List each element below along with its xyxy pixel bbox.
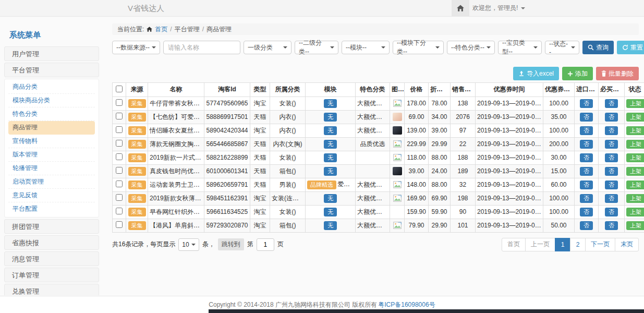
reset-button[interactable]: 重置	[617, 41, 644, 54]
module-none-badge[interactable]: 无	[324, 221, 337, 230]
query-button[interactable]: 查询	[582, 41, 614, 54]
status-toggle[interactable]: 上架	[626, 126, 644, 135]
import-excel-button[interactable]: 导入excel	[513, 67, 559, 80]
level2-category-select[interactable]: --二级分类--	[295, 41, 338, 54]
must-buy-toggle[interactable]: 否	[605, 221, 618, 230]
name-search-input[interactable]	[163, 41, 240, 54]
coupon-amount-cell: 30.00	[543, 151, 575, 164]
pager-item[interactable]: 末页	[615, 238, 639, 251]
import-select-toggle[interactable]: 否	[580, 126, 593, 135]
status-toggle[interactable]: 上架	[626, 99, 644, 108]
pager-item[interactable]: 1	[555, 238, 570, 251]
source-badge: 采集	[128, 180, 146, 189]
sidebar-item-promo-material[interactable]: 宣传物料	[8, 135, 95, 148]
feature-category-select[interactable]: --特色分类--	[447, 41, 495, 54]
module-none-badge[interactable]: 无	[324, 140, 337, 149]
sidebar-item-platform-config[interactable]: 平台配置	[8, 202, 95, 216]
level1-category-select[interactable]: 一级分类	[244, 41, 291, 54]
row-checkbox[interactable]	[116, 113, 123, 119]
add-label: 添加	[575, 69, 588, 78]
status-toggle[interactable]: 上架	[626, 140, 644, 149]
data-source-select[interactable]: --数据来源--	[112, 41, 160, 54]
sidebar-item-splash-page-management[interactable]: 启动页管理	[8, 175, 95, 189]
module-none-badge[interactable]: 无	[324, 208, 337, 216]
status-toggle[interactable]: 上架	[626, 221, 644, 230]
per-page-select[interactable]: 10	[178, 238, 199, 251]
row-checkbox[interactable]	[116, 167, 123, 174]
status-toggle[interactable]: 上架	[626, 167, 644, 176]
batch-delete-button[interactable]: 批量删除	[596, 67, 639, 80]
sidebar-item-group-buy-management[interactable]: 拼团管理	[4, 219, 99, 234]
sidebar-item-module-product-category[interactable]: 模块商品分类	[8, 94, 95, 107]
import-select-toggle[interactable]: 否	[580, 208, 593, 216]
broken-image-icon	[393, 100, 402, 107]
breadcrumb-home-link[interactable]: 首页	[155, 25, 167, 34]
status-toggle[interactable]: 上架	[626, 194, 644, 203]
row-checkbox[interactable]	[116, 99, 123, 106]
sidebar-item-saving-express[interactable]: 省惠快报	[4, 235, 99, 250]
status-toggle[interactable]: 上架	[626, 113, 644, 122]
import-select-toggle[interactable]: 否	[580, 194, 593, 203]
import-select-toggle[interactable]: 否	[580, 99, 593, 108]
sidebar-item-feedback[interactable]: 意见反馈	[8, 189, 95, 202]
row-checkbox[interactable]	[116, 126, 123, 133]
row-checkbox[interactable]	[116, 194, 123, 201]
sidebar-item-user-management[interactable]: 用户管理	[4, 46, 99, 61]
must-buy-toggle[interactable]: 否	[605, 194, 618, 203]
row-checkbox[interactable]	[116, 208, 123, 214]
must-buy-toggle[interactable]: 否	[605, 113, 618, 122]
module-select[interactable]: --模块--	[342, 41, 390, 54]
module-none-badge[interactable]: 无	[324, 113, 337, 122]
status-toggle[interactable]: 上架	[626, 180, 644, 189]
module-none-badge[interactable]: 无	[324, 126, 337, 135]
status-toggle[interactable]: 上架	[626, 208, 644, 216]
must-buy-toggle[interactable]: 否	[605, 126, 618, 135]
sidebar-item-exchange-management[interactable]: 兑换管理	[4, 284, 99, 295]
page-number-input[interactable]	[257, 238, 274, 251]
row-checkbox[interactable]	[116, 153, 123, 160]
row-checkbox[interactable]	[116, 140, 123, 147]
sidebar-item-order-management[interactable]: 订单管理	[4, 268, 99, 282]
module-none-badge[interactable]: 无	[324, 194, 337, 203]
source-badge: 采集	[128, 221, 146, 230]
sidebar-item-platform-management[interactable]: 平台管理	[4, 63, 99, 77]
select-all-checkbox[interactable]	[116, 86, 123, 92]
import-select-toggle[interactable]: 否	[580, 153, 593, 162]
import-select-toggle[interactable]: 否	[580, 140, 593, 149]
sidebar-item-carousel-management[interactable]: 轮播管理	[8, 162, 95, 175]
import-select-toggle[interactable]: 否	[580, 221, 593, 230]
module-none-badge[interactable]: 无	[324, 167, 337, 176]
sidebar-item-product-category[interactable]: 商品分类	[8, 80, 95, 94]
item-type-select[interactable]: --宝贝类型--	[498, 41, 542, 54]
module-none-badge[interactable]: 无	[324, 99, 337, 108]
taoke-id-cell: 589042420344	[204, 124, 250, 137]
must-buy-toggle[interactable]: 否	[605, 153, 618, 162]
must-buy-toggle[interactable]: 否	[605, 208, 618, 216]
sidebar-item-product-management[interactable]: 商品管理	[8, 121, 95, 135]
must-buy-toggle[interactable]: 否	[605, 99, 618, 108]
row-checkbox[interactable]	[116, 221, 123, 228]
jump-button[interactable]: 跳转到	[218, 238, 244, 250]
sidebar-item-message-management[interactable]: 消息管理	[4, 251, 99, 266]
status-select[interactable]: --状态--	[545, 41, 579, 54]
import-select-toggle[interactable]: 否	[580, 113, 593, 122]
status-toggle[interactable]: 上架	[626, 153, 644, 162]
module-none-badge[interactable]: 无	[324, 153, 337, 162]
sidebar-item-version-management[interactable]: 版本管理	[8, 148, 95, 162]
import-select-toggle[interactable]: 否	[580, 180, 593, 189]
user-menu[interactable]: 欢迎您，管理员!	[472, 0, 525, 16]
module-subcategory-select[interactable]: --模块下分类--	[393, 41, 444, 54]
must-buy-toggle[interactable]: 否	[605, 140, 618, 149]
icp-link[interactable]: 粤ICP备16098006号	[378, 300, 435, 309]
add-button[interactable]: 添加	[562, 67, 593, 80]
pager-item[interactable]: 下一页	[585, 238, 615, 251]
pager-item[interactable]: 上一页	[525, 238, 555, 251]
pager-item[interactable]: 2	[570, 238, 586, 251]
sidebar-item-feature-category[interactable]: 特色分类	[8, 107, 95, 121]
import-select-toggle[interactable]: 否	[580, 167, 593, 176]
home-button[interactable]	[452, 0, 469, 16]
pager-item[interactable]: 首页	[502, 238, 526, 251]
must-buy-toggle[interactable]: 否	[605, 180, 618, 189]
must-buy-toggle[interactable]: 否	[605, 167, 618, 176]
row-checkbox[interactable]	[116, 180, 123, 187]
